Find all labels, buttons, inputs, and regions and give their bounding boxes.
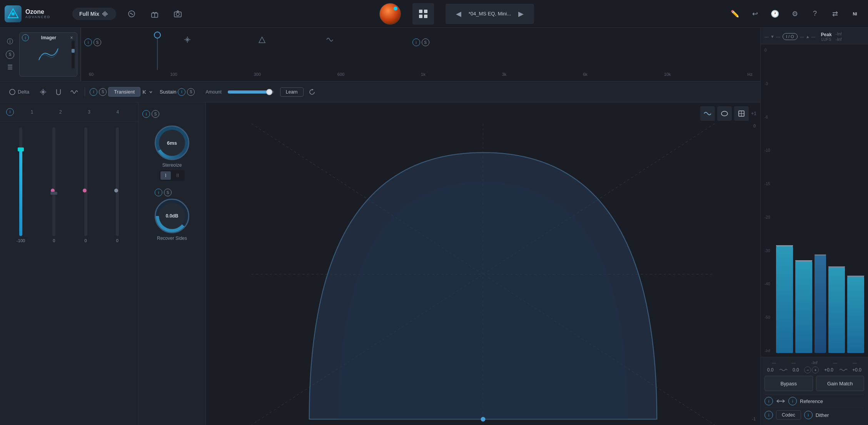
dither-info-badge[interactable]: i [765,411,773,419]
band-info-badge[interactable]: i [6,108,14,116]
freq-hz: Hz [747,72,752,77]
amount-slider[interactable] [228,90,274,94]
knob-s-badge[interactable]: S [152,110,159,118]
ref-arrows[interactable] [776,398,785,404]
svg-rect-14 [419,15,422,18]
scope-icon-1[interactable] [700,106,715,121]
gainmatch-btn[interactable]: Gain Match [816,376,865,391]
undo-btn[interactable]: ↩ [748,7,762,21]
s-badge-t[interactable]: S [99,88,107,96]
s-badge-s[interactable]: S [187,88,195,96]
arrow-icon [183,35,192,44]
wave-tool-btn[interactable] [68,86,80,98]
recover-knob-value: 0.0dB [159,203,185,229]
sidebar-s-btn[interactable]: S [6,50,14,59]
recover-s-badge[interactable]: S [164,189,172,196]
preset-next-btn[interactable]: ▶ [514,7,528,21]
fader-thumb-1[interactable] [18,147,24,151]
s-badge-1[interactable]: S [93,38,101,46]
fader-col-4: 0 [102,127,132,243]
scope-icon-2[interactable] [717,106,732,121]
fader-track-1[interactable] [19,127,22,236]
fader-track-4[interactable] [116,127,119,236]
module-fader[interactable] [72,40,75,69]
fader-track-3[interactable] [84,127,87,236]
preset-area[interactable]: Full Mix [72,8,116,20]
info-badge-s[interactable]: i [178,88,185,96]
sphere-btn[interactable] [379,3,401,25]
recover-info-row: i S [155,189,172,196]
stereoize-mode-1[interactable]: I [160,171,171,180]
io-badge[interactable]: I / O [783,33,798,40]
amount-slider-container[interactable] [225,90,277,94]
reset-btn[interactable] [307,87,317,97]
freq-handle-knob[interactable] [154,32,161,38]
scope-icon-3[interactable] [734,106,749,121]
gift-btn[interactable] [147,6,162,22]
module-card-imager: i Imager × [19,32,77,77]
scale-40: -40 [765,282,775,286]
transient-tab[interactable]: Transient [108,87,140,97]
info-badge-1[interactable]: i [84,38,92,46]
amount-knob[interactable] [266,89,272,95]
fader-dot-4[interactable] [114,189,118,192]
camera-btn[interactable] [170,6,185,22]
link-btn-2[interactable] [839,368,847,372]
pencil-btn[interactable]: ✏️ [728,7,742,21]
crosshair-btn[interactable] [37,86,49,98]
learn-btn[interactable]: Learn [280,87,304,97]
bypass-btn[interactable]: Bypass [765,376,813,391]
fader-track-2[interactable]: ⊃⊂ [52,127,55,236]
history-btn[interactable]: 🕐 [768,7,782,21]
help-btn[interactable]: ? [808,7,822,21]
meter-fill-2 [795,261,812,353]
ref-info-badge-2[interactable]: i [788,397,797,405]
freq-60: 60 [89,72,93,77]
delta-btn[interactable]: Delta [5,87,34,97]
ref-info-badge[interactable]: i [765,397,773,405]
link-icon-2[interactable]: ⊃⊂ [50,192,57,195]
scope-area: +1 0 -1 [206,102,760,425]
grid-icon [418,8,429,19]
sidebar-list-btn[interactable]: ☰ [5,62,15,73]
gain-plus-btn[interactable]: + [812,366,819,373]
recover-knob[interactable]: 0.0dB [155,199,189,233]
module-close-btn[interactable]: × [68,35,75,41]
fader-col-2: ⊃⊂ 0 [39,127,69,243]
meter-fill-1 [776,246,793,353]
module-icon-area [20,43,77,66]
inf-val-1: -Inf [836,32,842,36]
ni-btn[interactable]: NI [848,7,862,21]
info-badge-t[interactable]: i [90,88,97,96]
grid-btn[interactable] [412,3,434,25]
s-badge-2[interactable]: S [422,38,429,46]
sidebar-info-btn[interactable]: ⓘ [5,37,15,47]
bypass-gainmatch-row: Bypass Gain Match [765,376,864,391]
scope-plus-one: +1 [751,111,756,116]
gain-minus-btn[interactable]: − [804,366,811,373]
codec-btn[interactable]: Codec [776,410,801,420]
freq-100: 100 [170,72,177,77]
link-btn-1[interactable] [779,368,787,372]
recover-knob-container: i S 0.0dB Recover Sides [155,189,189,241]
module-info-btn[interactable]: i [22,34,29,41]
svg-point-25 [481,417,485,422]
knob-info-badge[interactable]: i [142,110,150,118]
freq-handle-1[interactable] [157,32,158,70]
stereoize-knob[interactable]: 6ms [155,125,189,160]
recover-info-badge[interactable]: i [155,189,162,196]
preset-prev-btn[interactable]: ◀ [452,7,466,21]
settings-btn[interactable]: ⚙ [788,7,802,21]
stereoize-mode-2[interactable]: II [172,171,184,180]
info-badge-2[interactable]: i [412,38,420,46]
magnet-btn[interactable] [52,86,65,98]
dither-info-badge-2[interactable]: i [804,411,813,419]
share-btn[interactable]: ⇄ [828,7,842,21]
b-inf-5: — [853,360,857,365]
fader-dot-3[interactable] [83,189,87,192]
band-nums-row: i 1 2 3 4 [0,102,138,122]
meter-peak-2 [795,260,812,261]
k-dropdown[interactable] [142,89,153,95]
wave-icon [326,35,334,44]
listen-btn[interactable] [124,6,139,22]
